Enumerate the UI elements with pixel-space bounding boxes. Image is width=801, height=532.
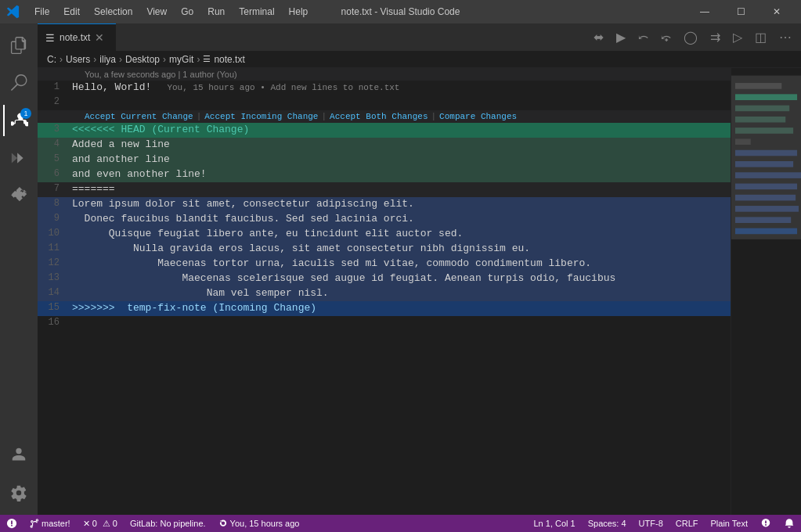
breadcrumb-iliya[interactable]: iliya — [99, 54, 116, 65]
forward-icon[interactable]: ⤽ — [658, 28, 674, 46]
source-control-badge: 1 — [20, 108, 31, 119]
tab-icon: ☰ — [45, 32, 55, 44]
status-error-icon[interactable] — [0, 515, 23, 532]
code-editor[interactable]: You, a few seconds ago | 1 author (You) … — [38, 68, 731, 515]
menu-edit[interactable]: Edit — [57, 5, 86, 19]
tab-toolbar-row: ☰ note.txt ✕ ⬌ ▶ ⤺ ⤽ ◯ ⇉ ▷ ◫ ⋯ — [38, 23, 801, 51]
menu-file[interactable]: File — [28, 5, 56, 19]
menu-help[interactable]: Help — [283, 5, 315, 19]
minimap — [731, 68, 801, 515]
activity-explorer[interactable] — [3, 30, 34, 61]
table-row: 7 ======= — [38, 182, 731, 197]
editor-area: ☰ note.txt ✕ ⬌ ▶ ⤺ ⤽ ◯ ⇉ ▷ ◫ ⋯ C: › User… — [38, 23, 801, 515]
tab-close-button[interactable]: ✕ — [95, 32, 104, 43]
window-controls: — ☐ ✕ — [687, 0, 795, 23]
language-text: Plain Text — [711, 519, 749, 528]
breadcrumb-users[interactable]: Users — [66, 54, 90, 65]
minimize-button[interactable]: — — [687, 0, 723, 23]
maximize-button[interactable]: ☐ — [723, 0, 759, 23]
breadcrumb-c[interactable]: C: — [47, 54, 56, 65]
encoding-text: UTF-8 — [639, 519, 663, 528]
tab-note-txt[interactable]: ☰ note.txt ✕ — [38, 23, 116, 51]
status-encoding[interactable]: UTF-8 — [633, 519, 669, 528]
status-git-time[interactable]: You, 15 hours ago — [212, 515, 306, 532]
status-bar-right: Ln 1, Col 1 Spaces: 4 UTF-8 CRLF Plain T… — [527, 518, 801, 529]
code-lines[interactable]: 1 Hello, World!You, 15 hours ago • Add n… — [38, 81, 731, 515]
table-row: 14 Nam vel semper nisl. — [38, 286, 731, 301]
error-icon: ✕ — [83, 519, 90, 529]
editor-toolbar: ⬌ ▶ ⤺ ⤽ ◯ ⇉ ▷ ◫ ⋯ — [584, 23, 801, 51]
main-layout: 1 ☰ note.txt ✕ — [0, 23, 801, 515]
split-editor-icon[interactable]: ⬌ — [590, 28, 607, 46]
status-line-ending[interactable]: CRLF — [669, 519, 705, 528]
activity-bar-bottom — [3, 440, 34, 515]
toggle-sidebar-icon[interactable]: ◫ — [752, 28, 770, 46]
close-button[interactable]: ✕ — [759, 0, 795, 23]
error-count: 0 — [92, 519, 97, 528]
more-actions-icon[interactable]: ⋯ — [776, 28, 795, 46]
status-gitlab[interactable]: GitLab: No pipeline. — [124, 515, 212, 532]
table-row: 3 <<<<<<< HEAD (Current Change) — [38, 123, 731, 138]
status-position[interactable]: Ln 1, Col 1 — [527, 519, 581, 528]
breadcrumb-desktop[interactable]: Desktop — [125, 54, 160, 65]
unknown-icon1[interactable]: ◯ — [680, 28, 701, 46]
inline-blame: You, 15 hours ago • Add new lines to not… — [151, 83, 399, 92]
warning-icon: ⚠ — [103, 519, 110, 529]
spaces-text: Spaces: 4 — [588, 519, 626, 528]
activity-accounts[interactable] — [3, 440, 34, 471]
tabs-container: ☰ note.txt ✕ — [38, 23, 584, 51]
breadcrumb: C: › Users › iliya › Desktop › myGit › ☰… — [38, 51, 801, 68]
minimap-canvas — [731, 68, 801, 515]
accept-current-button[interactable]: Accept Current Change — [85, 112, 193, 121]
activity-extensions[interactable] — [3, 180, 34, 211]
menu-go[interactable]: Go — [175, 5, 200, 19]
breadcrumb-mygit[interactable]: myGit — [169, 54, 193, 65]
compare-changes-button[interactable]: Compare Changes — [439, 112, 517, 121]
open-preview-icon[interactable]: ▷ — [730, 28, 745, 46]
accept-both-button[interactable]: Accept Both Changes — [330, 112, 428, 121]
table-row: 4 Added a new line — [38, 138, 731, 153]
status-bar: master! ✕ 0 ⚠ 0 GitLab: No pipeline. You… — [0, 515, 801, 532]
conflict-actions-bar: Accept Current Change | Accept Incoming … — [38, 110, 731, 123]
menu-view[interactable]: View — [140, 5, 173, 19]
status-bell[interactable] — [778, 518, 801, 529]
title-bar: File Edit Selection View Go Run Terminal… — [0, 0, 801, 23]
git-time: You, 15 hours ago — [230, 519, 300, 528]
position-text: Ln 1, Col 1 — [533, 519, 575, 528]
status-spaces[interactable]: Spaces: 4 — [582, 519, 633, 528]
menu-selection[interactable]: Selection — [88, 5, 139, 19]
table-row: 15 >>>>>>> temp-fix-note (Incoming Chang… — [38, 301, 731, 316]
branch-name: master! — [41, 519, 70, 528]
menu-terminal[interactable]: Terminal — [233, 5, 280, 19]
title-bar-left: File Edit Selection View Go Run Terminal… — [6, 5, 314, 19]
menu-bar: File Edit Selection View Go Run Terminal… — [28, 5, 314, 19]
menu-run[interactable]: Run — [201, 5, 231, 19]
table-row: 2 — [38, 95, 731, 110]
breadcrumb-note[interactable]: note.txt — [214, 54, 244, 65]
table-row: 16 — [38, 316, 731, 331]
status-errors[interactable]: ✕ 0 ⚠ 0 — [77, 515, 124, 532]
activity-search[interactable] — [3, 67, 34, 99]
accept-incoming-button[interactable]: Accept Incoming Change — [204, 112, 318, 121]
vscode-logo — [6, 5, 20, 19]
run-icon[interactable]: ▶ — [613, 28, 629, 46]
blame-text: You, a few seconds ago | 1 author (You) — [85, 70, 237, 79]
table-row: 12 Maecenas tortor urna, iaculis sed mi … — [38, 257, 731, 271]
status-branch[interactable]: master! — [23, 515, 77, 532]
unknown-icon2[interactable]: ⇉ — [707, 28, 723, 46]
warning-count: 0 — [113, 519, 117, 528]
breadcrumb-note-icon: ☰ — [203, 54, 211, 64]
table-row: 1 Hello, World!You, 15 hours ago • Add n… — [38, 81, 731, 95]
activity-run[interactable] — [3, 142, 34, 174]
status-language[interactable]: Plain Text — [705, 519, 755, 528]
table-row: 10 Quisque feugiat libero ante, eu tinci… — [38, 227, 731, 242]
activity-settings[interactable] — [3, 477, 34, 509]
table-row: 13 Maecenas scelerisque sed augue id feu… — [38, 271, 731, 286]
table-row: 6 and even another line! — [38, 167, 731, 182]
tab-label: note.txt — [60, 32, 90, 43]
status-notifications[interactable] — [754, 518, 778, 529]
back-icon[interactable]: ⤺ — [635, 28, 651, 46]
table-row: 5 and another line — [38, 153, 731, 167]
activity-source-control[interactable]: 1 — [3, 105, 34, 136]
table-row: 11 Nulla gravida eros lacus, sit amet co… — [38, 242, 731, 257]
